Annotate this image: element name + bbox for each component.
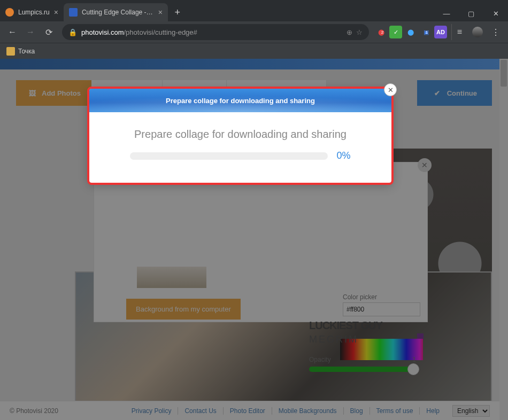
favicon-icon bbox=[5, 8, 14, 17]
close-icon[interactable]: × bbox=[158, 8, 163, 17]
modal-body: Prepare collage for downloading and shar… bbox=[89, 112, 391, 183]
profile-avatar[interactable] bbox=[469, 24, 486, 40]
browser-tab[interactable]: Lumpics.ru × bbox=[0, 3, 64, 21]
favicon-icon bbox=[69, 8, 78, 17]
reload-button[interactable]: ⟳ bbox=[41, 24, 57, 40]
forward-button[interactable]: → bbox=[22, 24, 39, 40]
window-controls: — ▢ ✕ bbox=[434, 5, 508, 21]
close-modal-button[interactable]: ✕ bbox=[384, 83, 397, 96]
modal-message: Prepare collage for downloading and shar… bbox=[111, 128, 370, 141]
tab-title: Cutting Edge Collage - Fun | Pho bbox=[82, 9, 154, 16]
lock-icon: 🔒 bbox=[68, 28, 77, 36]
progress-row: 0% bbox=[111, 150, 370, 161]
star-icon[interactable]: ⊕ ☆ bbox=[347, 28, 363, 36]
close-window-button[interactable]: ✕ bbox=[483, 5, 508, 21]
close-icon[interactable]: × bbox=[54, 8, 58, 17]
modal-header: Prepare collage for downloading and shar… bbox=[89, 89, 391, 112]
browser-tab-active[interactable]: Cutting Edge Collage - Fun | Pho × bbox=[64, 3, 168, 21]
bookmark-label: Точка bbox=[18, 48, 35, 55]
url-path: /photovisi/cutting-edge# bbox=[124, 28, 197, 36]
extension-icon[interactable]: ⬤ bbox=[404, 26, 417, 38]
reading-list-icon[interactable]: ≡ bbox=[451, 24, 467, 40]
maximize-button[interactable]: ▢ bbox=[459, 5, 483, 21]
progress-percent: 0% bbox=[336, 150, 350, 161]
bookmarks-bar: Точка bbox=[0, 43, 508, 59]
url-bar[interactable]: 🔒 photovisi.com/photovisi/cutting-edge# … bbox=[62, 24, 369, 40]
extension-icon[interactable]: ⬤2 bbox=[374, 26, 387, 38]
tab-title: Lumpics.ru bbox=[18, 9, 50, 16]
bookmark-item[interactable]: Точка bbox=[6, 47, 35, 56]
extension-icon[interactable]: AD bbox=[434, 26, 447, 38]
page-viewport: 🖼 Add Photos ◆ Add Shape A Add Text ▣ Ch… bbox=[0, 59, 508, 420]
back-button[interactable]: ← bbox=[4, 24, 20, 40]
browser-titlebar: Lumpics.ru × Cutting Edge Collage - Fun … bbox=[0, 0, 508, 21]
minimize-button[interactable]: — bbox=[434, 5, 459, 21]
new-tab-button[interactable]: + bbox=[170, 7, 185, 21]
download-modal: ✕ Prepare collage for downloading and sh… bbox=[89, 89, 391, 183]
url-host: photovisi.com bbox=[81, 28, 124, 36]
progress-bar bbox=[130, 152, 328, 160]
browser-nav-bar: ← → ⟳ 🔒 photovisi.com/photovisi/cutting-… bbox=[0, 21, 508, 43]
folder-icon bbox=[6, 47, 15, 56]
modal-title: Prepare collage for downloading and shar… bbox=[166, 97, 315, 105]
extension-icon[interactable]: ✓ bbox=[389, 26, 402, 38]
extension-icon[interactable]: ▣1 bbox=[419, 26, 432, 38]
menu-button[interactable]: ⋮ bbox=[488, 24, 504, 40]
